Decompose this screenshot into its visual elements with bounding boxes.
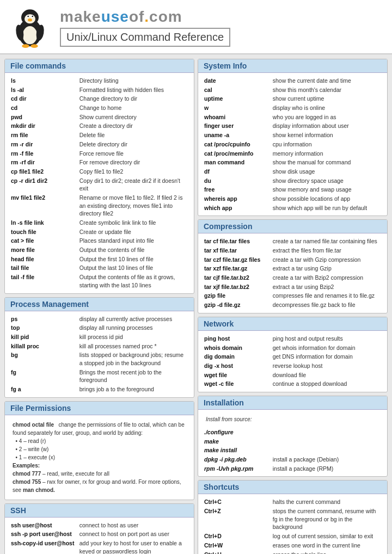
cmd-cell: fg a	[9, 385, 78, 394]
chmod777-cmd: chmod 777	[13, 471, 41, 477]
table-row: lsDirectory listing	[9, 76, 189, 85]
desc-cell: show disk usage	[271, 167, 383, 176]
desc-cell: show kernel information	[271, 131, 383, 140]
cmd-cell: Ctrl+W	[203, 541, 271, 550]
table-row: psdisplay all currently active processes	[9, 315, 189, 324]
cmd-cell: rm file	[9, 131, 78, 140]
table-row: ls -alFormatted listing with hidden file…	[9, 85, 189, 95]
file-permissions-card: File Permissions chmod octal file change…	[4, 401, 194, 500]
desc-cell: Formatted listing with hidden files	[78, 85, 189, 95]
table-row: finger userdisplay information about use…	[203, 121, 383, 131]
table-row: mv file1 file2Rename or move file1 to fi…	[9, 193, 189, 218]
desc-cell: Output the contents of file as it grows,…	[78, 273, 189, 290]
table-row: wget -c filecontinue a stopped download	[203, 379, 383, 389]
desc-cell: reverse lookup host	[271, 361, 383, 371]
svg-point-10	[30, 44, 38, 48]
table-row: cd dirChange directory to dir	[9, 94, 189, 103]
logo-area	[11, 5, 49, 49]
svg-point-8	[28, 19, 32, 21]
desc-cell: display who is online	[271, 103, 383, 113]
right-column: System Info dateshow the current date an…	[198, 59, 388, 554]
cmd-cell: tar czf file.tar.gz files	[203, 255, 271, 264]
desc-cell: brings job a to the foreground	[78, 385, 189, 394]
installation-header: Installation	[198, 396, 387, 410]
table-row: wget filedownload file	[203, 371, 383, 380]
desc-cell	[271, 437, 383, 446]
desc-cell: display all currently active processes	[78, 315, 189, 324]
shortcuts-table: Ctrl+Chalts the current commandCtrl+Zsto…	[203, 497, 383, 554]
table-row: make	[203, 437, 383, 446]
desc-cell: download file	[271, 371, 383, 380]
cmd-cell: finger user	[203, 121, 271, 131]
desc-cell: display information about user	[271, 121, 383, 131]
file-permissions-content: chmod octal file change the permissions …	[9, 418, 189, 496]
cmd-cell: man command	[203, 158, 271, 167]
cmd-cell: uname -a	[203, 131, 271, 140]
cmd-cell: kill pid	[9, 333, 78, 342]
cmd-cell: du	[203, 176, 271, 186]
desc-cell: extract a tar using Gzip	[271, 264, 383, 273]
cmd-cell: ping host	[203, 334, 271, 343]
left-column: File commands lsDirectory listingls -alF…	[4, 59, 194, 554]
desc-cell: log out of current session, similar to e…	[271, 532, 383, 541]
brand-of: of	[129, 8, 144, 25]
desc-cell: who you are logged in as	[271, 113, 383, 122]
cmd-cell: ssh -p port user@host	[9, 530, 78, 539]
svg-point-6	[27, 16, 29, 17]
table-row: tar cjf file.tar.bz2create a tar with Bz…	[203, 273, 383, 282]
desc-cell: Delete file	[78, 131, 189, 140]
cmd-cell: tar xf file.tar	[203, 246, 271, 255]
brand-make: make	[60, 8, 101, 25]
desc-cell: display all running processes	[78, 323, 189, 333]
desc-cell: erases one word in the current line	[271, 541, 383, 550]
desc-cell: show memory and swap usage	[271, 185, 383, 194]
table-row: mkdir dirCreate a directory dir	[9, 121, 189, 131]
desc-cell: Rename or move file1 to file2. If filed …	[78, 193, 189, 218]
table-row: tar czf file.tar.gz filescreate a tar wi…	[203, 255, 383, 264]
desc-cell: Create a directory dir	[78, 121, 189, 131]
cmd-cell: free	[203, 185, 271, 194]
desc-cell: Places standard input into file	[78, 236, 189, 245]
desc-cell: stops the current command, resume with f…	[271, 507, 383, 532]
desc-cell: show current uptime	[271, 94, 383, 103]
desc-cell: connect to host on port port as user	[78, 530, 189, 539]
cmd-cell: head file	[9, 255, 78, 264]
table-row: cat /proc/cpuinfocpu information	[203, 140, 383, 149]
table-row: Ctrl+Chalts the current command	[203, 497, 383, 507]
bullet-2: 2 – write (w)	[19, 446, 48, 452]
desc-cell: erases the whole line	[271, 550, 383, 555]
table-row: touch fileCreate or update file	[9, 227, 189, 237]
desc-cell: ping host and output results	[271, 334, 383, 343]
svg-point-7	[32, 16, 33, 17]
ssh-header: SSH	[5, 504, 194, 518]
table-row: make install	[203, 446, 383, 455]
table-row: tail -f fileOutput the contents of file …	[9, 273, 189, 290]
cmd-cell: mkdir dir	[9, 121, 78, 131]
system-info-body: dateshow the current date and timecalsho…	[198, 73, 387, 216]
table-row: cdChange to home	[9, 103, 189, 113]
cmd-cell: uptime	[203, 94, 271, 103]
install-from-source: Install from source:	[203, 413, 383, 426]
cmd-cell: touch file	[9, 227, 78, 237]
cmd-cell: tar xjf file.tar.bz2	[203, 282, 271, 292]
cmd-cell: pwd	[9, 113, 78, 122]
desc-cell: Change to home	[78, 103, 189, 113]
table-row: rm fileDelete file	[9, 131, 189, 140]
table-row: cp -r dir1 dir2Copy dir1 to dir2; create…	[9, 176, 189, 193]
table-row: dushow directory space usage	[203, 176, 383, 186]
file-commands-body: lsDirectory listingls -alFormatted listi…	[5, 73, 194, 293]
desc-cell: memory information	[271, 149, 383, 158]
table-row: head fileOutput the first 10 lines of fi…	[9, 255, 189, 264]
table-row: rm -f fileForce remove file	[9, 149, 189, 158]
desc-cell: Force remove file	[78, 149, 189, 158]
desc-cell	[271, 446, 383, 455]
table-row: whereis appshow possible locations of ap…	[203, 194, 383, 204]
cmd-cell: tar xzf file.tar.gz	[203, 264, 271, 273]
header-text-area: makeuseof.com Unix/Linux Command Referen…	[60, 8, 381, 47]
table-row: tar cf file.tar filescreate a tar named …	[203, 237, 383, 246]
cmd-cell: whereis app	[203, 194, 271, 204]
installation-table: ./configuremakemake installdpkg -i pkg.d…	[203, 428, 383, 473]
brand-com: com	[149, 8, 182, 25]
desc-cell: show possible locations of app	[271, 194, 383, 204]
compression-body: tar cf file.tar filescreate a tar named …	[198, 233, 387, 313]
